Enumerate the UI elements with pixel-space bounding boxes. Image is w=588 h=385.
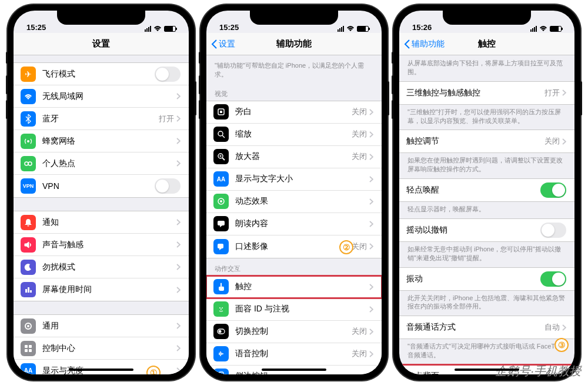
tapwake-toggle[interactable] [540, 182, 566, 198]
svg-point-1 [25, 162, 28, 165]
airplane-icon: ✈ [21, 67, 36, 82]
chevron-right-icon [369, 351, 373, 357]
row-textsize[interactable]: AA显示与文字大小 [206, 168, 382, 191]
row-callaudio[interactable]: 音频通话方式自动 [399, 316, 574, 338]
signal-icon [338, 26, 344, 32]
row-faceid[interactable]: 面容 ID 与注视 [206, 298, 382, 321]
row-shake[interactable]: 摇动以撤销 [399, 219, 574, 241]
screentime-icon [21, 282, 36, 297]
home-indicator[interactable] [455, 369, 519, 371]
vpn-toggle[interactable] [155, 178, 181, 194]
wifi-icon [346, 25, 355, 32]
chevron-right-icon [562, 138, 566, 145]
navbar: 设置 辅助功能 [206, 33, 382, 55]
svg-rect-9 [29, 345, 32, 348]
chevron-right-icon [176, 287, 181, 293]
audiodesc-icon [213, 239, 229, 254]
zoom-icon [213, 127, 229, 142]
haptic-note: "三维触控"打开时，您可以使用强弱不同的压力按压屏幕，以显示内容预览、操作或关联… [399, 105, 574, 130]
chevron-right-icon [369, 243, 373, 250]
control-center-icon [21, 341, 36, 356]
row-vibration[interactable]: 振动 [399, 268, 574, 290]
row-cellular[interactable]: 蜂窝网络 [14, 130, 189, 152]
spoken-icon [213, 216, 229, 231]
battery-icon [164, 26, 176, 32]
cellular-icon [21, 134, 36, 149]
row-touch[interactable]: 触控 [206, 276, 382, 298]
callaudio-note: "音频通话方式"可决定用哪种方式接听电话或 FaceTime音频通话。 ③ [399, 339, 574, 364]
vibration-toggle[interactable] [540, 271, 566, 287]
textsize-icon: AA [213, 171, 229, 187]
chevron-right-icon [562, 89, 566, 96]
svg-point-2 [28, 162, 32, 165]
svg-rect-30 [218, 221, 225, 225]
row-general[interactable]: 通用 [14, 315, 189, 337]
back-button[interactable]: 设置 [211, 39, 235, 49]
voiceover-icon [213, 104, 229, 120]
home-indicator[interactable] [69, 369, 133, 371]
sounds-icon [21, 237, 36, 253]
row-switch[interactable]: 切换控制关闭 [206, 321, 382, 343]
row-wifi[interactable]: 无线局域网 [14, 85, 189, 108]
bluetooth-icon [21, 111, 36, 127]
row-screentime[interactable]: 屏幕使用时间 [14, 278, 189, 301]
svg-point-33 [222, 307, 223, 308]
chevron-right-icon [369, 306, 373, 313]
row-notifications[interactable]: 通知 [14, 211, 189, 234]
row-zoom[interactable]: 缩放关闭 [206, 124, 382, 146]
wifi-icon [539, 25, 547, 32]
chevron-right-icon [369, 284, 373, 290]
shake-toggle[interactable] [540, 223, 566, 238]
chevron-right-icon [369, 373, 373, 374]
row-vpn[interactable]: VPNVPN [14, 175, 189, 197]
accessibility-list[interactable]: "辅助功能"可帮助您自定 iPhone，以满足您的个人需求。 视觉 旁白关闭 缩… [206, 55, 382, 374]
page-title: 设置 [92, 38, 110, 49]
svg-point-0 [27, 140, 29, 142]
row-dnd[interactable]: 勿扰模式 [14, 256, 189, 278]
hotspot-icon [21, 156, 36, 171]
chevron-right-icon [176, 345, 181, 351]
chevron-right-icon [369, 221, 373, 227]
svg-point-22 [218, 131, 223, 136]
svg-rect-8 [25, 345, 28, 348]
svg-point-29 [220, 200, 222, 203]
page-title: 触控 [478, 38, 496, 49]
svg-point-35 [219, 330, 222, 333]
chevron-right-icon [176, 219, 181, 225]
signal-icon [145, 26, 151, 32]
row-haptic[interactable]: 三维触控与触感触控打开 [399, 82, 574, 104]
svg-rect-4 [28, 287, 29, 293]
svg-rect-36 [219, 372, 223, 374]
row-bluetooth[interactable]: 蓝牙打开 [14, 108, 189, 130]
chevron-right-icon [369, 328, 373, 335]
sidebutton-icon [213, 369, 229, 374]
page-title: 辅助功能 [276, 38, 312, 49]
row-spoken[interactable]: 朗读内容 [206, 213, 382, 235]
airplane-toggle[interactable] [155, 67, 181, 82]
magnifier-icon [213, 149, 229, 164]
row-airplane[interactable]: ✈飞行模式 [14, 63, 189, 85]
notch [443, 11, 531, 25]
back-button[interactable]: 辅助功能 [404, 39, 445, 49]
accommodations-note: 如果您在使用触控屏时遇到问题，请调整以下设置更改屏幕响应触控操作的方式。 [399, 153, 574, 178]
row-audiodesc[interactable]: ② 口述影像关闭 [206, 235, 382, 258]
row-display[interactable]: AA显示与亮度 [14, 360, 189, 374]
svg-point-7 [27, 325, 29, 327]
row-tapwake[interactable]: 轻点唤醒 [399, 179, 574, 201]
vision-header: 视觉 [206, 84, 382, 101]
row-voiceover[interactable]: 旁白关闭 [206, 101, 382, 124]
chevron-right-icon [369, 176, 373, 182]
chevron-right-icon [369, 131, 373, 138]
row-magnifier[interactable]: 放大器关闭 [206, 146, 382, 168]
motion-icon [213, 194, 229, 209]
row-hotspot[interactable]: 个人热点 [14, 152, 189, 175]
chevron-right-icon [176, 367, 181, 374]
row-voicecontrol[interactable]: 语音控制关闭 [206, 343, 382, 366]
touch-list[interactable]: 从屏幕底部边缘向下轻扫，将屏幕上方项目拉至可及范围。 三维触控与触感触控打开 "… [399, 55, 574, 374]
settings-list[interactable]: ✈飞行模式 无线局域网 蓝牙打开 蜂窝网络 个人热点 VPNVPN 通知 声音与… [14, 55, 189, 374]
home-indicator[interactable] [262, 369, 326, 371]
row-control-center[interactable]: 控制中心 [14, 337, 189, 360]
row-accommodations[interactable]: 触控调节关闭 [399, 130, 574, 152]
row-sounds[interactable]: 声音与触感 [14, 234, 189, 256]
row-motion[interactable]: 动态效果 [206, 191, 382, 213]
